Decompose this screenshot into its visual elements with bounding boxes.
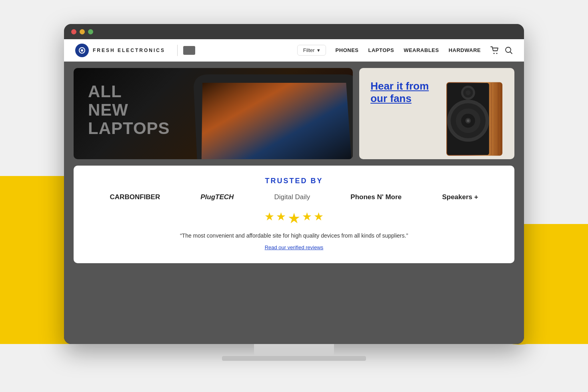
review-link[interactable]: Read our verified reviews <box>90 244 498 250</box>
hero-section: ALL NEW LAPTOPS <box>64 62 524 166</box>
brand-area: FRESH ELECTRONICS <box>75 44 165 57</box>
svg-point-3 <box>496 53 498 54</box>
nav-link-laptops[interactable]: LAPTOPS <box>368 47 394 53</box>
star-5: ★ <box>314 210 324 227</box>
brand-logos-row: CARBONFIBER PlugTECH Digital Daily Phone… <box>90 193 498 201</box>
nav-link-phones[interactable]: PHONES <box>336 47 359 53</box>
laptop-stand <box>254 344 334 356</box>
brand-digitalday: Digital Daily <box>274 193 310 201</box>
brand-logo-icon <box>75 44 89 57</box>
svg-point-1 <box>81 49 83 52</box>
laptop-stand-area <box>64 344 524 361</box>
review-text: “The most convenient and affordable site… <box>90 232 498 239</box>
brand-carbonfiber: CARBONFIBER <box>110 193 160 201</box>
grid-icon-button[interactable] <box>183 46 195 55</box>
nav-link-hardware[interactable]: HARDWARE <box>448 47 481 53</box>
laptop-base <box>222 356 366 361</box>
dot-green[interactable] <box>88 29 93 34</box>
navbar: FRESH ELECTRONICS Filter ▾ PHONES L <box>64 39 524 62</box>
hero-speaker-banner[interactable]: Hear it from our fans <box>359 68 514 159</box>
title-bar <box>64 24 524 39</box>
brand-plugtech: PlugTECH <box>200 193 234 201</box>
main-content: ALL NEW LAPTOPS <box>64 62 524 344</box>
svg-point-14 <box>467 119 470 122</box>
star-2: ★ <box>276 210 286 227</box>
trusted-section: TRUSTED BY CARBONFIBER PlugTECH Digital … <box>74 166 514 263</box>
star-1: ★ <box>264 210 274 227</box>
hero-line1: ALL NEW LAPTOPS <box>88 82 170 138</box>
hero-speaker-text: Hear it from our fans <box>359 68 514 105</box>
dot-yellow[interactable] <box>80 29 85 34</box>
brand-name: FRESH ELECTRONICS <box>93 48 165 53</box>
nav-link-wearables[interactable]: WEARABLES <box>404 47 439 53</box>
svg-point-2 <box>494 53 495 54</box>
nav-links: PHONES LAPTOPS WEARABLES HARDWARE <box>336 47 481 53</box>
laptop-frame: FRESH ELECTRONICS Filter ▾ PHONES L <box>64 24 524 360</box>
nav-icons <box>490 46 513 54</box>
stars-row: ★ ★ ★ ★ ★ <box>90 210 498 227</box>
search-button[interactable] <box>505 46 513 54</box>
dot-red[interactable] <box>71 29 76 34</box>
hero-speaker-heading: Hear it from our fans <box>370 80 503 105</box>
laptop-screen: FRESH ELECTRONICS Filter ▾ PHONES L <box>64 24 524 344</box>
cart-button[interactable] <box>490 46 499 54</box>
star-4: ★ <box>302 210 312 227</box>
hero-laptop-text: ALL NEW LAPTOPS <box>88 82 170 138</box>
star-3: ★ <box>288 210 300 227</box>
hero-laptop-banner[interactable]: ALL NEW LAPTOPS <box>74 68 353 159</box>
nav-divider <box>177 45 178 56</box>
filter-button[interactable]: Filter ▾ <box>297 45 326 56</box>
laptop-image <box>169 72 353 154</box>
brand-speakers: Speakers + <box>442 193 478 201</box>
browser-content: FRESH ELECTRONICS Filter ▾ PHONES L <box>64 39 524 344</box>
trusted-header: TRUSTED BY <box>90 177 498 185</box>
chevron-down-icon: ▾ <box>317 47 320 53</box>
brand-phones: Phones N' More <box>350 193 402 201</box>
